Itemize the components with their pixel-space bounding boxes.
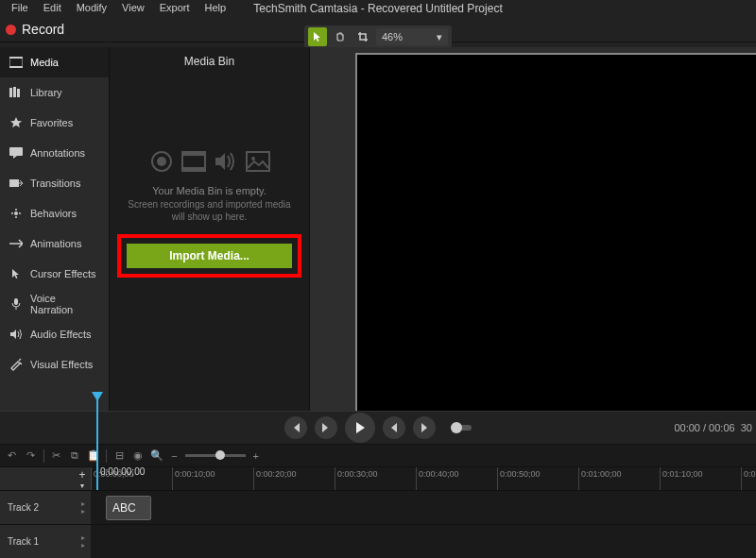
- svg-rect-13: [182, 152, 205, 156]
- redo-button[interactable]: ↷: [25, 449, 38, 463]
- menu-edit[interactable]: Edit: [36, 0, 69, 17]
- copy-button[interactable]: ⧉: [69, 449, 82, 463]
- sound-icon: [213, 149, 239, 174]
- app-title: TechSmith Camtasia - Recovered Untitled …: [253, 2, 502, 15]
- media-icon: [9, 57, 23, 68]
- split-button[interactable]: ⊟: [112, 449, 126, 463]
- timeline-zoom-icon: 🔍: [150, 449, 163, 462]
- menu-modify[interactable]: Modify: [69, 0, 114, 17]
- sidebar-animations[interactable]: Animations: [0, 228, 109, 259]
- record-icon: [6, 25, 16, 35]
- sidebar-favorites[interactable]: Favorites: [0, 108, 109, 138]
- menu-help[interactable]: Help: [198, 0, 234, 17]
- import-media-button[interactable]: Import Media...: [127, 244, 292, 268]
- cut-button[interactable]: ✂: [50, 449, 63, 463]
- track-label-1[interactable]: Track 1 ▸▸: [0, 524, 91, 558]
- timeline-zoom-in[interactable]: +: [253, 450, 259, 462]
- audio-effects-icon: [9, 329, 23, 340]
- undo-button[interactable]: ↶: [6, 449, 19, 463]
- ruler-tick: 0:00:20;00: [253, 467, 335, 490]
- timeline-ruler[interactable]: 0:00:00;00 0:00:10;00 0:00:20;00 0:00:30…: [91, 467, 756, 490]
- sidebar-voice-narration[interactable]: Voice Narration: [0, 289, 109, 319]
- snapshot-button[interactable]: ◉: [131, 449, 145, 463]
- ruler-tick: 0:01:: [741, 467, 756, 490]
- ruler-tick: 0:00:30;00: [335, 467, 416, 490]
- sidebar-visual-effects-label: Visual Effects: [30, 359, 93, 370]
- track-toggle-icon[interactable]: ▸▸: [81, 500, 85, 516]
- menu-view[interactable]: View: [114, 0, 152, 17]
- step-forward-button[interactable]: [413, 416, 436, 439]
- menu-file[interactable]: File: [4, 0, 36, 17]
- empty-text-2: Screen recordings and imported media wil…: [123, 198, 296, 223]
- chevron-down-icon: ▾: [437, 31, 442, 43]
- media-bin-title: Media Bin: [110, 47, 309, 76]
- sidebar-cursor-effects[interactable]: Cursor Effects: [0, 259, 109, 289]
- timeline-tools: ↶ ↷ ✂ ⧉ 📋 ⊟ ◉ 🔍 − +: [0, 445, 756, 467]
- svg-rect-5: [17, 89, 20, 97]
- zoom-value: 46%: [382, 31, 403, 42]
- track-1[interactable]: [91, 524, 756, 558]
- svg-rect-4: [13, 87, 16, 97]
- behaviors-icon: [9, 207, 23, 220]
- track-2-name: Track 2: [8, 502, 39, 513]
- sidebar-transitions-label: Transitions: [30, 178, 80, 189]
- paste-button[interactable]: 📋: [87, 449, 100, 463]
- svg-rect-2: [9, 66, 23, 68]
- sidebar-library-label: Library: [30, 87, 62, 98]
- svg-rect-6: [9, 147, 23, 156]
- library-icon: [9, 87, 23, 98]
- ruler-tick: 0:01:00;00: [578, 467, 660, 490]
- record-outline-icon: [148, 149, 175, 174]
- svg-rect-9: [14, 298, 18, 305]
- empty-text-1: Your Media Bin is empty.: [123, 185, 296, 196]
- track-1-name: Track 1: [8, 536, 39, 547]
- step-back-button[interactable]: [383, 416, 405, 439]
- sidebar-audio-effects[interactable]: Audio Effects: [0, 319, 109, 349]
- playhead[interactable]: [96, 399, 98, 490]
- image-icon: [245, 149, 271, 174]
- track-label-2[interactable]: Track 2 ▸▸: [0, 490, 91, 524]
- svg-rect-1: [9, 57, 23, 59]
- add-track-button[interactable]: +▾: [74, 467, 91, 490]
- sidebar-media-label: Media: [30, 57, 59, 68]
- zoom-select[interactable]: 46% ▾: [376, 28, 448, 45]
- sidebar-behaviors[interactable]: Behaviors: [0, 198, 109, 228]
- prev-frame-button[interactable]: [284, 416, 307, 439]
- star-icon: [9, 116, 23, 129]
- ruler-tick: 0:01:10;00: [660, 467, 741, 490]
- next-frame-button[interactable]: [315, 416, 337, 439]
- timeline-tracks[interactable]: ABC: [91, 490, 756, 558]
- sidebar-media[interactable]: Media: [0, 47, 109, 77]
- track-2[interactable]: ABC: [91, 490, 756, 524]
- cursor-effects-icon: [9, 267, 23, 280]
- play-button[interactable]: [345, 413, 375, 443]
- svg-point-11: [157, 157, 166, 166]
- track-toggle-icon[interactable]: ▸▸: [81, 534, 85, 550]
- track-labels: Track 2 ▸▸ Track 1 ▸▸: [0, 490, 91, 558]
- import-highlight: Import Media...: [117, 234, 301, 278]
- sidebar-animations-label: Animations: [30, 238, 81, 249]
- ruler-tick: 0:00:10;00: [172, 467, 253, 490]
- sidebar-annotations-label: Annotations: [30, 147, 85, 159]
- sidebar-behaviors-label: Behaviors: [30, 208, 77, 219]
- tool-crop[interactable]: [353, 27, 372, 46]
- timeline-zoom-out[interactable]: −: [171, 450, 177, 462]
- timeline-clip[interactable]: ABC: [106, 496, 151, 520]
- sidebar-transitions[interactable]: Transitions: [0, 168, 109, 198]
- svg-rect-3: [9, 88, 12, 97]
- svg-point-8: [14, 211, 18, 215]
- playback-bar: 00:00 / 00:06 30: [0, 411, 756, 445]
- tool-select[interactable]: [308, 27, 327, 46]
- ruler-tick: 0:00:50;00: [497, 467, 578, 490]
- tool-pan[interactable]: [331, 27, 350, 46]
- record-button[interactable]: Record: [6, 22, 64, 37]
- menu-export[interactable]: Export: [152, 0, 198, 17]
- annotations-icon: [9, 147, 23, 159]
- playback-scrubber[interactable]: [451, 425, 472, 431]
- sidebar-audio-effects-label: Audio Effects: [30, 329, 92, 340]
- sidebar-annotations[interactable]: Annotations: [0, 138, 109, 168]
- ruler-tick: 0:00:40;00: [416, 467, 497, 490]
- timeline-zoom-slider[interactable]: [185, 454, 246, 457]
- sidebar-visual-effects[interactable]: Visual Effects: [0, 349, 109, 380]
- sidebar-library[interactable]: Library: [0, 77, 109, 108]
